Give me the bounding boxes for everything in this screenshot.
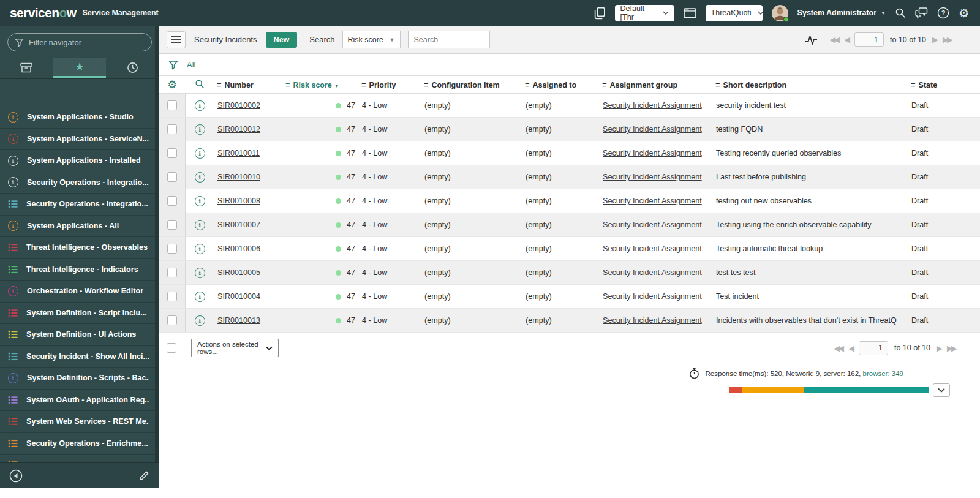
- application-picker[interactable]: Default [Thr: [615, 5, 674, 21]
- assignment-group-link[interactable]: Security Incident Assignment: [603, 221, 702, 229]
- column-menu-icon[interactable]: ≡: [361, 80, 366, 89]
- sidebar-favorite-item[interactable]: iSecurity Operations - Integratio...: [0, 172, 155, 194]
- sidebar-scrollbar[interactable]: [155, 26, 159, 462]
- sidebar-favorite-item[interactable]: System Definition - Script Inclu...: [0, 303, 155, 325]
- row-checkbox[interactable]: [167, 196, 177, 206]
- first-page-button[interactable]: ◀◀: [834, 344, 842, 353]
- column-menu-icon[interactable]: ≡: [285, 80, 290, 89]
- column-menu-icon[interactable]: ≡: [602, 80, 607, 89]
- sidebar-favorite-item[interactable]: Security Operations - Enrichme...: [0, 433, 155, 455]
- servicenow-logo[interactable]: servicenow: [10, 6, 76, 20]
- sidebar-favorite-item[interactable]: System OAuth - Application Reg...: [0, 390, 155, 412]
- personalize-list-gear-icon[interactable]: ⚙: [167, 79, 176, 91]
- record-preview-info-icon[interactable]: i: [195, 268, 205, 278]
- row-checkbox[interactable]: [167, 268, 177, 277]
- user-menu[interactable]: System Administrator ▼: [797, 9, 886, 17]
- update-set-picker[interactable]: ThreatQuoti: [706, 5, 763, 21]
- sidebar-favorite-item[interactable]: Security Operations - Integratio...: [0, 194, 155, 216]
- page-number-input[interactable]: [859, 341, 888, 355]
- incident-number-link[interactable]: SIR0010006: [217, 244, 260, 253]
- sidebar-favorite-item[interactable]: iSystem Applications - ServiceN...: [0, 129, 155, 151]
- assignment-group-link[interactable]: Security Incident Assignment: [603, 244, 702, 253]
- column-header-risk-score[interactable]: ≡Risk score▼: [283, 76, 359, 94]
- next-page-button[interactable]: ▶: [932, 35, 937, 44]
- filter-funnel-icon[interactable]: [168, 60, 178, 70]
- column-menu-icon[interactable]: ≡: [911, 80, 916, 89]
- sidebar-favorite-item[interactable]: iSystem Applications - Installed: [0, 150, 155, 172]
- help-icon[interactable]: ?: [937, 7, 949, 19]
- search-icon[interactable]: [895, 7, 906, 18]
- page-number-input[interactable]: [854, 32, 884, 47]
- breadcrumb-all-link[interactable]: All: [187, 60, 195, 69]
- row-checkbox[interactable]: [167, 148, 177, 158]
- incident-number-link[interactable]: SIR0010010: [217, 173, 260, 181]
- previous-page-button[interactable]: ◀: [848, 344, 853, 353]
- filter-navigator[interactable]: [7, 33, 152, 51]
- tab-favorites[interactable]: ★: [53, 58, 107, 78]
- actions-on-selected-rows-select[interactable]: Actions on selected rows...: [191, 339, 279, 357]
- user-avatar[interactable]: [772, 5, 788, 21]
- last-page-button[interactable]: ▶▶: [943, 35, 951, 44]
- record-preview-info-icon[interactable]: i: [195, 148, 205, 159]
- row-checkbox[interactable]: [167, 124, 177, 134]
- record-preview-info-icon[interactable]: i: [195, 196, 205, 206]
- record-preview-info-icon[interactable]: i: [195, 124, 205, 135]
- record-preview-info-icon[interactable]: i: [195, 100, 205, 111]
- incident-number-link[interactable]: SIR0010004: [217, 292, 260, 301]
- incident-number-link[interactable]: SIR0010011: [217, 149, 260, 157]
- incident-number-link[interactable]: SIR0010013: [217, 316, 260, 325]
- assignment-group-link[interactable]: Security Incident Assignment: [603, 268, 702, 277]
- chat-icon[interactable]: [915, 7, 928, 19]
- row-checkbox[interactable]: [167, 172, 177, 182]
- incident-number-link[interactable]: SIR0010002: [217, 101, 260, 110]
- column-header-assigned-to[interactable]: ≡Assigned to: [522, 76, 600, 94]
- column-header-assignment-group[interactable]: ≡Assignment group: [600, 76, 713, 94]
- column-header-number[interactable]: ≡Number: [214, 76, 283, 94]
- last-page-button[interactable]: ▶▶: [947, 344, 956, 353]
- list-context-menu-icon[interactable]: [167, 31, 186, 48]
- sidebar-favorite-item[interactable]: Threat Intelligence - Indicators: [0, 259, 155, 281]
- incident-number-link[interactable]: SIR0010007: [217, 221, 260, 229]
- row-checkbox[interactable]: [167, 244, 177, 254]
- previous-page-button[interactable]: ◀: [844, 35, 848, 44]
- select-all-checkbox[interactable]: [167, 343, 176, 353]
- tab-all-applications[interactable]: [0, 58, 53, 78]
- column-header-priority[interactable]: ≡Priority: [359, 76, 421, 94]
- column-header-state[interactable]: ≡State: [908, 76, 980, 94]
- column-header-short-description[interactable]: ≡Short description: [713, 76, 908, 94]
- column-menu-icon[interactable]: ≡: [217, 80, 222, 89]
- column-menu-icon[interactable]: ≡: [525, 80, 530, 89]
- sidebar-favorite-item[interactable]: Security Incident - Show All Inci...: [0, 346, 155, 368]
- assignment-group-link[interactable]: Security Incident Assignment: [603, 173, 702, 181]
- column-header-configuration-item[interactable]: ≡Configuration item: [421, 76, 522, 94]
- tab-history[interactable]: [106, 58, 159, 78]
- incident-number-link[interactable]: SIR0010005: [217, 268, 260, 277]
- edit-favorites-pencil-icon[interactable]: [138, 470, 150, 481]
- settings-gear-icon[interactable]: ⚙: [959, 7, 969, 19]
- sidebar-favorite-item[interactable]: Security Operations - Execution ...: [0, 455, 155, 462]
- sidebar-favorite-item[interactable]: iSystem Applications - All: [0, 216, 155, 238]
- sidebar-favorite-item[interactable]: System Definition - UI Actions: [0, 324, 155, 346]
- filter-navigator-input[interactable]: [29, 38, 145, 47]
- assignment-group-link[interactable]: Security Incident Assignment: [603, 292, 702, 301]
- next-page-button[interactable]: ▶: [937, 344, 941, 353]
- column-search-icon[interactable]: [195, 79, 205, 89]
- connect-sidebar-icon[interactable]: [594, 7, 606, 20]
- row-checkbox[interactable]: [167, 100, 177, 110]
- record-preview-info-icon[interactable]: i: [195, 244, 205, 254]
- collapse-navigator-icon[interactable]: [9, 469, 23, 483]
- sidebar-favorite-item[interactable]: Threat Intelligence - Observables: [0, 237, 155, 259]
- response-time-toggle-icon[interactable]: [805, 34, 818, 46]
- sidebar-favorite-item[interactable]: iOrchestration - Workflow Editor: [0, 281, 155, 303]
- list-search-input[interactable]: [408, 31, 490, 48]
- record-preview-info-icon[interactable]: i: [195, 292, 205, 302]
- incident-number-link[interactable]: SIR0010008: [217, 197, 260, 205]
- column-menu-icon[interactable]: ≡: [715, 80, 720, 89]
- record-preview-info-icon[interactable]: i: [195, 220, 205, 230]
- incident-number-link[interactable]: SIR0010012: [217, 125, 260, 134]
- assignment-group-link[interactable]: Security Incident Assignment: [603, 125, 702, 134]
- sidebar-favorite-item[interactable]: System Web Services - REST Me...: [0, 411, 155, 433]
- record-preview-info-icon[interactable]: i: [195, 315, 205, 326]
- search-column-select[interactable]: Risk score ▼: [342, 31, 401, 48]
- assignment-group-link[interactable]: Security Incident Assignment: [603, 197, 702, 205]
